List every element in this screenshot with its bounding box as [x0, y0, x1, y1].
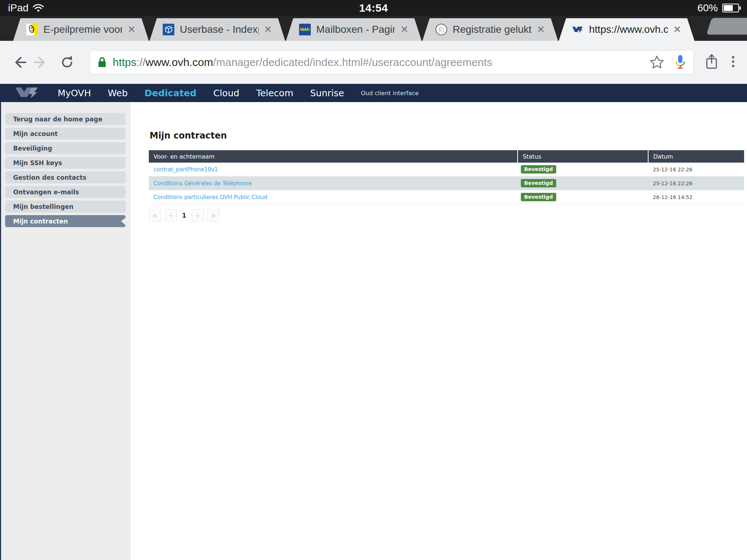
- close-icon[interactable]: ✕: [537, 24, 545, 35]
- sidebar-item-contracten[interactable]: Mijn contracten: [5, 215, 125, 227]
- sidebar-item-contacts[interactable]: Gestion des contacts: [5, 171, 125, 183]
- tab-title: Registratie gelukt –: [453, 24, 531, 35]
- browser-tab-strip: E-peilpremie voor en ✕ Userbase - Indexp…: [0, 16, 747, 41]
- tab-title: https://www.ovh.co: [589, 24, 668, 35]
- seal-icon: ♘: [436, 24, 447, 35]
- status-badge: Bevestigd: [521, 179, 556, 187]
- tab-ovh-active[interactable]: https://www.ovh.co ✕: [559, 18, 694, 41]
- page-content: Terug naar de home page Mijn account Bev…: [0, 102, 747, 560]
- pagination: « ‹ 1 › »: [149, 209, 747, 222]
- bookmark-star-icon[interactable]: [649, 54, 665, 70]
- tab-title: E-peilpremie voor en: [43, 24, 122, 35]
- nav-item-myovh[interactable]: MyOVH: [58, 88, 91, 98]
- prev-page-button[interactable]: ‹: [165, 209, 177, 222]
- flanders-lion-icon: [26, 24, 38, 35]
- status-badge: Bevestigd: [521, 165, 556, 174]
- wifi-icon: [32, 3, 44, 13]
- contract-link[interactable]: contrat_partPhone10v1: [149, 166, 517, 173]
- close-icon[interactable]: ✕: [400, 24, 409, 35]
- next-page-button[interactable]: ›: [191, 209, 204, 222]
- ovh-favicon: [572, 24, 584, 35]
- secure-lock-icon: [97, 56, 107, 69]
- battery-percent: 60%: [697, 2, 718, 14]
- ios-status-bar: iPad 14:54 60%: [0, 0, 747, 16]
- url-path: /manager/dedicated/index.html#/useraccou…: [213, 56, 492, 68]
- ovh-logo[interactable]: [15, 86, 40, 100]
- back-button[interactable]: [9, 52, 30, 73]
- main-panel: Mijn contracten Voor- en achternaam Stat…: [131, 102, 747, 560]
- clock: 14:54: [359, 2, 388, 14]
- sidebar-item-account[interactable]: Mijn account: [5, 128, 125, 140]
- nav-item-sunrise[interactable]: Sunrise: [310, 88, 344, 98]
- nav-item-telecom[interactable]: Telecom: [256, 88, 293, 98]
- tab-title: Userbase - Indexpag: [180, 24, 259, 35]
- column-header-status: Status: [517, 150, 648, 163]
- contract-link[interactable]: Conditions particulieres OVH Public Clou…: [149, 194, 517, 201]
- voice-search-mic-icon[interactable]: [674, 54, 686, 70]
- column-header-datum: Datum: [648, 150, 744, 163]
- device-label: iPad: [8, 2, 28, 14]
- contracts-table: Voor- en achternaam Status Datum contrat…: [149, 150, 744, 204]
- wave-w-icon: [299, 24, 311, 35]
- last-page-button[interactable]: »: [207, 209, 220, 222]
- battery-icon: [722, 4, 739, 12]
- sidebar-item-bestellingen[interactable]: Mijn bestellingen: [5, 201, 125, 213]
- ovh-navbar: MyOVH Web Dedicated Cloud Telecom Sunris…: [0, 84, 747, 102]
- tab-mailboxen[interactable]: Mailboxen - Pagina ✕: [286, 18, 422, 41]
- status-badge: Bevestigd: [521, 193, 556, 201]
- sidebar-item-home[interactable]: Terug naar de home page: [5, 113, 125, 125]
- table-row: Conditions Générales de Téléphonie Beves…: [149, 176, 744, 190]
- table-row: Conditions particulieres OVH Public Clou…: [149, 190, 744, 204]
- url-text[interactable]: https://www.ovh.com/manager/dedicated/in…: [113, 56, 639, 69]
- cube-icon: [163, 24, 174, 35]
- browser-toolbar: https://www.ovh.com/manager/dedicated/in…: [0, 41, 747, 84]
- tab-overflow-shape[interactable]: [707, 18, 747, 35]
- sidebar-item-beveiliging[interactable]: Beveiliging: [5, 142, 125, 154]
- tab-title: Mailboxen - Pagina: [316, 24, 395, 35]
- tab-epeilpremie[interactable]: E-peilpremie voor en ✕: [13, 18, 149, 41]
- close-icon[interactable]: ✕: [264, 24, 272, 35]
- table-row: contrat_partPhone10v1 Bevestigd 25-12-16…: [149, 163, 744, 176]
- reload-button[interactable]: [57, 52, 77, 73]
- current-page-number: 1: [180, 212, 188, 219]
- nav-item-web[interactable]: Web: [108, 88, 128, 98]
- share-icon[interactable]: [705, 53, 719, 72]
- url-host: www.ovh.com: [146, 56, 213, 68]
- omnibox[interactable]: https://www.ovh.com/manager/dedicated/in…: [90, 50, 694, 74]
- url-separator: ://: [136, 56, 146, 68]
- first-page-button[interactable]: «: [149, 209, 161, 222]
- contract-date: 25-12-16 22:26: [648, 180, 744, 186]
- column-header-name: Voor- en achternaam: [149, 150, 517, 163]
- tab-userbase[interactable]: Userbase - Indexpag ✕: [150, 18, 285, 41]
- url-scheme: https: [113, 56, 136, 68]
- nav-item-dedicated[interactable]: Dedicated: [144, 88, 197, 98]
- forward-button[interactable]: [30, 52, 50, 73]
- menu-dots-icon[interactable]: [731, 54, 735, 71]
- sidebar-item-ssh-keys[interactable]: Mijn SSH keys: [5, 157, 125, 169]
- nav-item-cloud[interactable]: Cloud: [213, 88, 239, 98]
- sidebar-item-emails[interactable]: Ontvangen e-mails: [5, 186, 125, 198]
- contract-date: 26-12-16 14:52: [648, 194, 744, 200]
- contract-link[interactable]: Conditions Générales de Téléphonie: [149, 180, 517, 187]
- close-icon[interactable]: ✕: [127, 24, 136, 35]
- contract-date: 25-12-16 22:26: [648, 167, 744, 172]
- nav-item-oud-client-interface[interactable]: Oud client interface: [361, 90, 418, 97]
- sidebar: Terug naar de home page Mijn account Bev…: [0, 102, 131, 560]
- table-header-row: Voor- en achternaam Status Datum: [149, 150, 744, 163]
- close-icon[interactable]: ✕: [673, 24, 681, 35]
- page-title: Mijn contracten: [150, 131, 747, 141]
- tab-registratie[interactable]: ♘ Registratie gelukt – ✕: [422, 18, 558, 41]
